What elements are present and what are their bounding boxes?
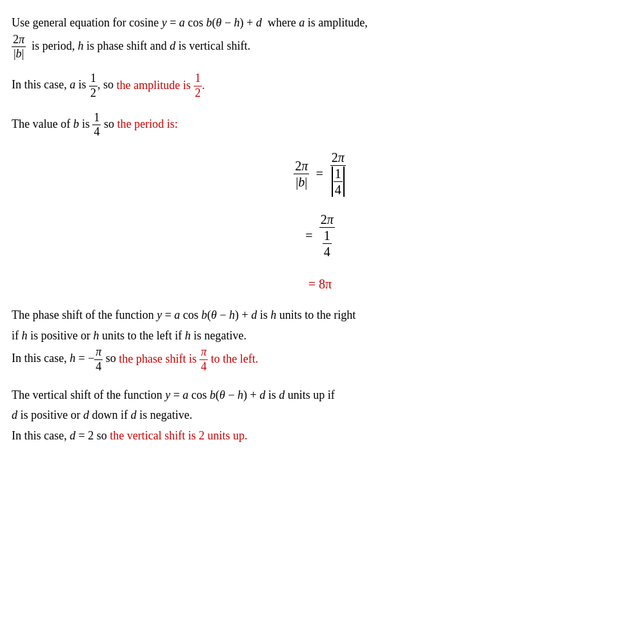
step1-right-fraction: 2π 1 4	[330, 150, 347, 197]
abs-wrap-1: 1 4	[331, 166, 345, 197]
amplitude-result: the amplitude is 1 2 .	[117, 79, 205, 92]
amplitude-text: In this case, a is 1 2 , so the amplitud…	[12, 72, 629, 100]
period-step3: = 8π	[308, 274, 332, 294]
phase-shift-fraction: π 4	[199, 346, 208, 374]
period-intro-section: The value of b is 1 4 so the period is:	[12, 112, 629, 139]
a-value-fraction: 1 2	[89, 72, 97, 100]
phase-shift-result: the phase shift is π 4 to the left.	[119, 352, 258, 365]
amplitude-fraction: 1 2	[194, 72, 202, 100]
period-step2: = 2π 1 4	[305, 212, 334, 259]
amplitude-section: In this case, a is 1 2 , so the amplitud…	[12, 72, 629, 100]
phase-shift-section: The phase shift of the function y = a co…	[12, 305, 629, 374]
equals2: =	[305, 226, 312, 245]
twopi-b-fraction: 2π |b|	[12, 34, 26, 61]
vertical-shift-result: the vertical shift is 2 units up.	[110, 429, 247, 442]
vertical-shift-section: The vertical shift of the function y = a…	[12, 385, 629, 447]
abs-right-bar	[343, 166, 345, 197]
equals1: =	[316, 164, 323, 183]
inner-fraction-1-4: 1 4	[334, 166, 343, 197]
period-step1: 2π |b| = 2π 1 4	[294, 150, 346, 197]
step1-left-fraction: 2π |b|	[294, 159, 309, 189]
b-value-fraction: 1 4	[92, 112, 101, 139]
period-label: the period is:	[117, 117, 178, 130]
period-equations: 2π |b| = 2π 1 4 = 2π	[12, 150, 629, 294]
period-result: = 8π	[308, 274, 332, 294]
general-equation-text: Use general equation for cosine y = a co…	[12, 13, 629, 61]
period-intro-text: The value of b is 1 4 so the period is:	[12, 112, 629, 139]
h-value-fraction: π4	[94, 346, 103, 374]
step2-inner-fraction: 1 4	[323, 228, 332, 259]
vertical-shift-text: The vertical shift of the function y = a…	[12, 385, 629, 447]
phase-shift-text: The phase shift of the function y = a co…	[12, 305, 629, 374]
abs-left-bar	[332, 166, 333, 197]
step2-fraction: 2π 1 4	[319, 212, 335, 259]
intro-section: Use general equation for cosine y = a co…	[12, 13, 629, 61]
